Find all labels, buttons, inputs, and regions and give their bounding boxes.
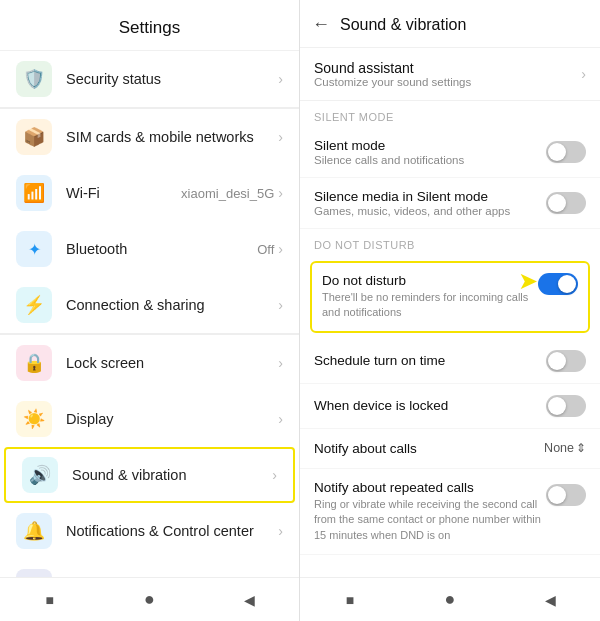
notify-calls-value: None (544, 441, 574, 455)
sound-vibration-panel: ← Sound & vibration Sound assistant Cust… (300, 0, 600, 621)
connection-label: Connection & sharing (66, 297, 278, 313)
security-chevron: › (278, 71, 283, 87)
dnd-toggle[interactable] (538, 273, 578, 295)
nav-square-right[interactable]: ■ (335, 585, 365, 615)
notifications-icon: 🔔 (16, 513, 52, 549)
notify-repeated-text: Notify about repeated calls Ring or vibr… (314, 480, 546, 543)
wifi-chevron: › (278, 185, 283, 201)
schedule-toggle[interactable] (546, 350, 586, 372)
device-locked-title: When device is locked (314, 398, 546, 413)
silence-media-toggle[interactable] (546, 192, 586, 214)
notify-calls-row[interactable]: Notify about calls None ⇕ (300, 429, 600, 469)
silent-mode-section-label: SILENT MODE (300, 101, 600, 127)
display-label: Display (66, 411, 278, 427)
sidebar-item-wifi[interactable]: 📶 Wi-Fi xiaomi_desi_5G › (0, 165, 299, 221)
notify-repeated-row: Notify about repeated calls Ring or vibr… (300, 469, 600, 555)
device-locked-text: When device is locked (314, 398, 546, 413)
nav-circle-right[interactable]: ● (435, 585, 465, 615)
sim-icon: 📦 (16, 119, 52, 155)
lockscreen-icon: 🔒 (16, 345, 52, 381)
sidebar-item-notifications[interactable]: 🔔 Notifications & Control center › (0, 503, 299, 559)
silence-media-text: Silence media in Silent mode Games, musi… (314, 189, 546, 217)
right-content: Sound assistant Customize your sound set… (300, 48, 600, 577)
settings-list: 🛡️ Security status › 📦 SIM cards & mobil… (0, 51, 299, 577)
sound-assistant-title: Sound assistant (314, 60, 581, 76)
homescreen-icon: 🏠 (16, 569, 52, 577)
sidebar-item-sim[interactable]: 📦 SIM cards & mobile networks › (0, 109, 299, 165)
sidebar-item-sound[interactable]: 🔊 Sound & vibration › (4, 447, 295, 503)
sound-assistant-row[interactable]: Sound assistant Customize your sound set… (300, 48, 600, 101)
sidebar-item-display[interactable]: ☀️ Display › (0, 391, 299, 447)
wifi-icon: 📶 (16, 175, 52, 211)
silence-media-row: Silence media in Silent mode Games, musi… (300, 178, 600, 229)
nav-triangle-left[interactable]: ◀ (234, 585, 264, 615)
silent-mode-subtitle: Silence calls and notifications (314, 154, 546, 166)
schedule-text: Schedule turn on time (314, 353, 546, 368)
silence-media-title: Silence media in Silent mode (314, 189, 546, 204)
notifications-chevron: › (278, 523, 283, 539)
device-locked-row: When device is locked (300, 384, 600, 429)
bluetooth-label: Bluetooth (66, 241, 257, 257)
silent-mode-text: Silent mode Silence calls and notificati… (314, 138, 546, 166)
dnd-text: Do not disturb There'll be no reminders … (322, 273, 530, 321)
lockscreen-label: Lock screen (66, 355, 278, 371)
settings-left-panel: Settings 🛡️ Security status › 📦 SIM card… (0, 0, 300, 621)
lockscreen-chevron: › (278, 355, 283, 371)
device-locked-toggle[interactable] (546, 395, 586, 417)
sidebar-item-homescreen[interactable]: 🏠 Home screen › (0, 559, 299, 577)
silence-media-subtitle: Games, music, videos, and other apps (314, 205, 546, 217)
connection-chevron: › (278, 297, 283, 313)
notify-calls-title: Notify about calls (314, 441, 544, 456)
bluetooth-chevron: › (278, 241, 283, 257)
sidebar-item-connection[interactable]: ⚡ Connection & sharing › (0, 277, 299, 333)
sidebar-item-security[interactable]: 🛡️ Security status › (0, 51, 299, 107)
silent-mode-title: Silent mode (314, 138, 546, 153)
wifi-value: xiaomi_desi_5G (181, 186, 274, 201)
silent-mode-toggle[interactable] (546, 141, 586, 163)
nav-circle-left[interactable]: ● (134, 585, 164, 615)
notify-repeated-title: Notify about repeated calls (314, 480, 546, 495)
sim-chevron: › (278, 129, 283, 145)
sound-label: Sound & vibration (72, 467, 272, 483)
wifi-label: Wi-Fi (66, 185, 181, 201)
sidebar-item-lockscreen[interactable]: 🔒 Lock screen › (0, 335, 299, 391)
sound-chevron: › (272, 467, 277, 483)
schedule-row: Schedule turn on time (300, 339, 600, 384)
sound-assistant-text: Sound assistant Customize your sound set… (314, 60, 581, 88)
settings-title: Settings (0, 0, 299, 51)
nav-triangle-right[interactable]: ◀ (535, 585, 565, 615)
sound-assistant-subtitle: Customize your sound settings (314, 76, 581, 88)
sidebar-item-bluetooth[interactable]: ✦ Bluetooth Off › (0, 221, 299, 277)
left-bottom-nav: ■ ● ◀ (0, 577, 299, 621)
display-chevron: › (278, 411, 283, 427)
schedule-title: Schedule turn on time (314, 353, 546, 368)
right-header: ← Sound & vibration (300, 0, 600, 48)
notify-calls-arrows: ⇕ (576, 441, 586, 455)
sim-label: SIM cards & mobile networks (66, 129, 278, 145)
sound-assistant-chevron: › (581, 66, 586, 82)
notify-repeated-subtitle: Ring or vibrate while receiving the seco… (314, 497, 546, 543)
dnd-title: Do not disturb (322, 273, 530, 288)
connection-icon: ⚡ (16, 287, 52, 323)
notify-repeated-toggle[interactable] (546, 484, 586, 506)
sound-icon: 🔊 (22, 457, 58, 493)
dnd-subtitle: There'll be no reminders for incoming ca… (322, 290, 530, 321)
dnd-row: Do not disturb There'll be no reminders … (310, 261, 590, 333)
notifications-label: Notifications & Control center (66, 523, 278, 539)
back-button[interactable]: ← (312, 14, 330, 35)
nav-square-left[interactable]: ■ (35, 585, 65, 615)
bluetooth-icon: ✦ (16, 231, 52, 267)
display-icon: ☀️ (16, 401, 52, 437)
right-bottom-nav: ■ ● ◀ (300, 577, 600, 621)
bluetooth-value: Off (257, 242, 274, 257)
security-label: Security status (66, 71, 278, 87)
security-icon: 🛡️ (16, 61, 52, 97)
silent-mode-row: Silent mode Silence calls and notificati… (300, 127, 600, 178)
dnd-section-label: DO NOT DISTURB (300, 229, 600, 255)
dnd-arrow-icon: ➤ (518, 267, 538, 295)
right-title: Sound & vibration (340, 16, 466, 34)
